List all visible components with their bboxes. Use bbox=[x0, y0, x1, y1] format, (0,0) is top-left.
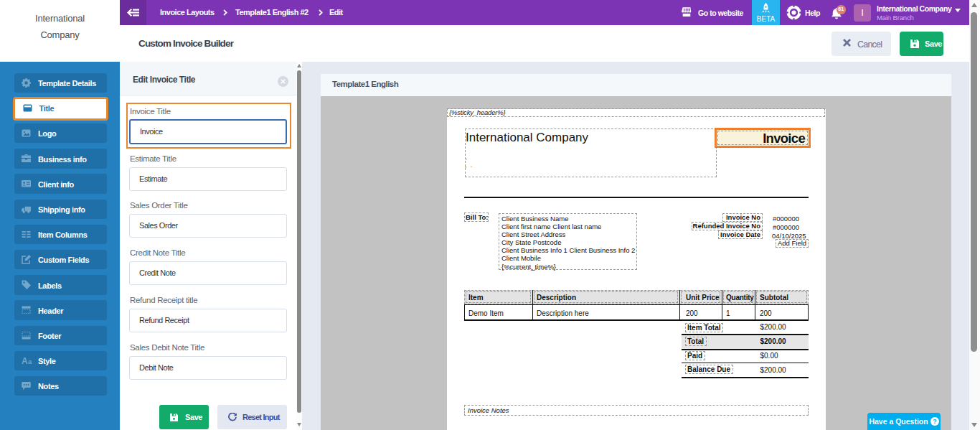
svg-text:A: A bbox=[22, 356, 28, 365]
svg-text:a: a bbox=[28, 357, 32, 365]
svg-text:?: ? bbox=[933, 418, 937, 425]
